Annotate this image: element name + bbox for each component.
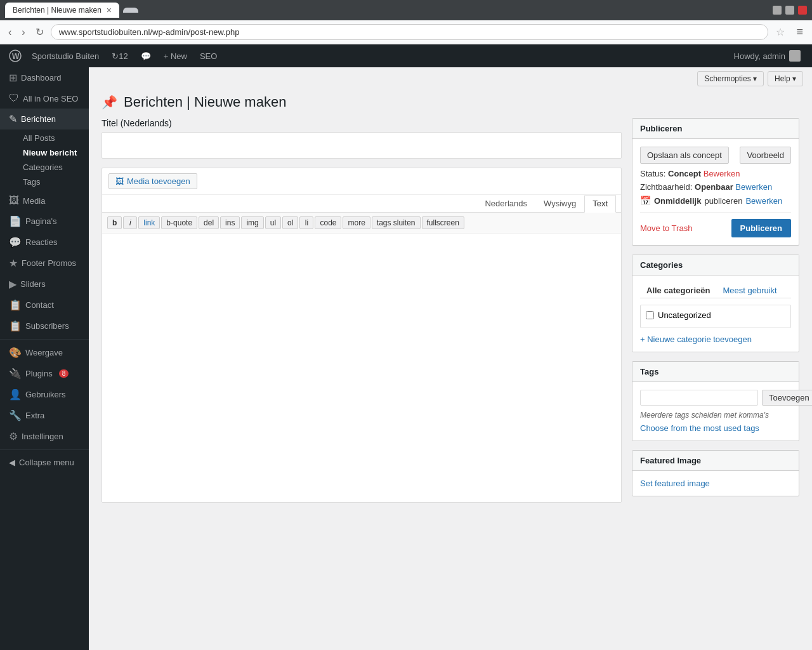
- tab-title: Berichten | Nieuwe maken: [13, 6, 102, 15]
- editor-wrap: 🖼 Media toevoegen Nederlands Wysiwy: [102, 168, 622, 503]
- publish-panel: Publiceren Opslaan als concept Voorbeeld…: [632, 118, 799, 246]
- add-media-button[interactable]: 🖼 Media toevoegen: [108, 173, 197, 189]
- screen-options-button[interactable]: Schermopties ▾: [697, 71, 764, 86]
- move-trash-link[interactable]: Move to Trash: [640, 223, 692, 233]
- seo-icon: 🛡: [9, 93, 19, 104]
- sidebar-item-media[interactable]: 🖼 Media: [0, 190, 89, 211]
- toolbar-code[interactable]: code: [315, 216, 341, 229]
- back-button[interactable]: ‹: [5, 25, 15, 39]
- admin-bar-refresh[interactable]: ↻ 12: [105, 44, 134, 67]
- help-button[interactable]: Help ▾: [768, 71, 803, 86]
- toolbar-bold[interactable]: b: [107, 216, 122, 229]
- sidebar-item-weergave[interactable]: 🎨 Weergave: [0, 342, 89, 363]
- instellingen-icon: ⚙: [9, 430, 18, 442]
- admin-bar-howdy[interactable]: Howdy, admin: [728, 50, 807, 62]
- tab-wysiwyg[interactable]: Wysiwyg: [535, 195, 584, 212]
- sidebar-item-allinoneseo[interactable]: 🛡 All in One SEO: [0, 88, 89, 109]
- tags-panel-header: Tags: [632, 362, 799, 382]
- berichten-icon: ✎: [9, 113, 17, 125]
- browser-tab-active[interactable]: Berichten | Nieuwe maken ×: [5, 3, 119, 18]
- sidebar-item-footer-promos[interactable]: ★ Footer Promos: [0, 253, 89, 274]
- wp-wrapper: ⊞ Dashboard 🛡 All in One SEO ✎ Berichten…: [0, 67, 812, 650]
- toolbar-more[interactable]: more: [343, 216, 370, 229]
- sidebar-item-reacties[interactable]: 💬 Reacties: [0, 232, 89, 253]
- toolbar-img[interactable]: img: [241, 216, 263, 229]
- toolbar-italic[interactable]: i: [123, 216, 137, 229]
- cat-tab-all[interactable]: Alle categorieën: [640, 283, 716, 298]
- add-category-link[interactable]: + Nieuwe categorie toevoegen: [640, 335, 752, 344]
- sidebar-sub-tags[interactable]: Tags: [16, 175, 89, 189]
- bookmark-icon[interactable]: ☆: [772, 25, 789, 39]
- toolbar-link[interactable]: link: [138, 216, 160, 229]
- plugins-icon: 🔌: [9, 368, 22, 380]
- cat-tab-popular[interactable]: Meest gebruikt: [716, 283, 783, 298]
- sidebar-item-gebruikers[interactable]: 👤 Gebruikers: [0, 384, 89, 405]
- editor-body[interactable]: [102, 234, 621, 502]
- admin-bar-seo[interactable]: SEO: [193, 44, 223, 67]
- admin-bar-site-name[interactable]: Sportstudio Buiten: [25, 44, 105, 67]
- gebruikers-icon: 👤: [9, 388, 22, 401]
- publish-top-row: Opslaan als concept Voorbeeld: [640, 147, 791, 164]
- refresh-button[interactable]: ↻: [32, 25, 47, 39]
- sidebar-item-instellingen[interactable]: ⚙ Instellingen: [0, 426, 89, 447]
- address-bar[interactable]: [51, 24, 769, 40]
- admin-bar-new[interactable]: + New: [157, 44, 193, 67]
- sidebar-item-subscribers[interactable]: 📋 Subscribers: [0, 315, 89, 336]
- tab-close-button[interactable]: ×: [107, 5, 112, 15]
- cat-checkbox-uncategorized[interactable]: [646, 311, 654, 319]
- toolbar-ins[interactable]: ins: [220, 216, 240, 229]
- sidebar-sub-nieuw-bericht[interactable]: Nieuw bericht: [16, 145, 89, 160]
- toolbar-li[interactable]: li: [299, 216, 313, 229]
- editor-textarea[interactable]: [108, 240, 615, 494]
- toolbar-fullscreen[interactable]: fullscreen: [422, 216, 464, 229]
- toolbar-ol[interactable]: ol: [282, 216, 298, 229]
- collapse-menu-button[interactable]: ◀ Collapse menu: [0, 453, 89, 472]
- admin-bar-comments[interactable]: 💬: [134, 44, 157, 67]
- sidebar-sub-categories[interactable]: Categories: [16, 160, 89, 175]
- forward-button[interactable]: ›: [18, 25, 28, 39]
- publish-time-edit-link[interactable]: Bewerken: [745, 196, 782, 206]
- tags-choose-link[interactable]: Choose from the most used tags: [640, 423, 759, 433]
- browser-tab-inactive[interactable]: [123, 8, 138, 13]
- title-input[interactable]: [102, 132, 622, 159]
- sidebar-item-plugins[interactable]: 🔌 Plugins 8: [0, 363, 89, 384]
- wp-logo[interactable]: W: [5, 44, 25, 67]
- cat-list: Uncategorized: [640, 305, 791, 328]
- sidebar-item-paginas[interactable]: 📄 Pagina's: [0, 211, 89, 232]
- browser-navbar: ‹ › ↻ ☆ ≡: [0, 20, 812, 44]
- sidebar-item-dashboard[interactable]: ⊞ Dashboard: [0, 67, 89, 88]
- publish-panel-header: Publiceren: [632, 119, 799, 139]
- title-label: Titel (Nederlands): [102, 118, 622, 128]
- browser-menu-icon[interactable]: ≡: [792, 24, 807, 40]
- tags-add-button[interactable]: Toevoegen: [762, 390, 812, 406]
- toolbar-bquote[interactable]: b-quote: [161, 216, 197, 229]
- status-edit-link[interactable]: Bewerken: [704, 169, 740, 178]
- content-area: Schermopties ▾ Help ▾ 📌 Berichten | Nieu…: [89, 67, 812, 650]
- featured-image-panel-body: Set featured image: [632, 471, 799, 496]
- sidebar-item-contact[interactable]: 📋 Contact: [0, 295, 89, 315]
- sidebar-sub-berichten: All Posts Nieuw bericht Categories Tags: [0, 129, 89, 190]
- set-featured-image-link[interactable]: Set featured image: [640, 479, 710, 488]
- maximize-button[interactable]: [785, 6, 794, 15]
- tab-text[interactable]: Text: [584, 195, 616, 213]
- toolbar-tags-sluiten[interactable]: tags sluiten: [372, 216, 421, 229]
- media-icon: 🖼: [9, 195, 19, 206]
- featured-image-panel: Featured Image Set featured image: [632, 450, 799, 496]
- sidebar-item-berichten[interactable]: ✎ Berichten: [0, 109, 89, 129]
- minimize-button[interactable]: [773, 6, 782, 15]
- sidebar-item-extra[interactable]: 🔧 Extra: [0, 405, 89, 426]
- publish-button[interactable]: Publiceren: [731, 219, 791, 237]
- sidebar-item-sliders[interactable]: ▶ Sliders: [0, 274, 89, 295]
- toolbar-del[interactable]: del: [199, 216, 219, 229]
- save-draft-button[interactable]: Opslaan als concept: [640, 147, 729, 164]
- categories-panel: Categories Alle categorieën Meest gebrui…: [632, 255, 799, 352]
- svg-text:W: W: [12, 52, 20, 61]
- preview-button[interactable]: Voorbeeld: [740, 147, 791, 164]
- toolbar-ul[interactable]: ul: [265, 216, 281, 229]
- visibility-edit-link[interactable]: Bewerken: [735, 182, 772, 192]
- tags-input[interactable]: [640, 390, 758, 406]
- sidebar-sub-all-posts[interactable]: All Posts: [16, 131, 89, 145]
- tab-nederlands[interactable]: Nederlands: [476, 195, 535, 212]
- calendar-icon: 📅: [640, 196, 651, 206]
- close-button[interactable]: [798, 6, 807, 15]
